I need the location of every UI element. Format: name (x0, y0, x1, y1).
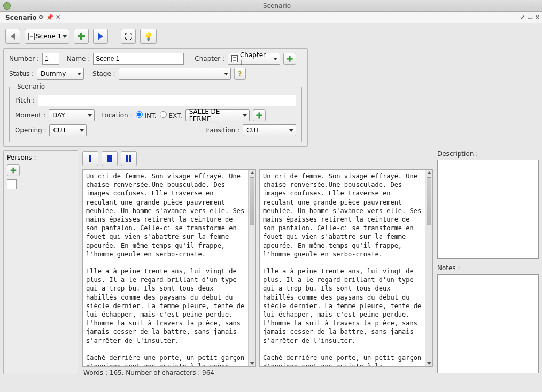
location-select[interactable]: SALLE DE FERME (185, 109, 250, 121)
scroll-down-icon[interactable] (427, 362, 431, 365)
status-select[interactable]: Dummy (37, 68, 84, 80)
chevron-down-icon (224, 73, 228, 75)
moment-label: Moment : (15, 112, 45, 119)
chapter-select[interactable]: Chapter I (228, 53, 280, 65)
scene-selector[interactable]: Scene 1 (25, 29, 69, 44)
close-panel-icon[interactable]: ✕ (535, 14, 540, 21)
close-icon[interactable]: ✕ (56, 14, 60, 21)
plus-icon (287, 56, 293, 61)
int-radio[interactable]: INT. (136, 111, 157, 120)
page-icon (231, 55, 238, 62)
notes-label: Notes : (437, 264, 539, 272)
persons-panel: Persons : (3, 150, 78, 374)
expand-icon (125, 32, 132, 41)
scroll-up-icon[interactable] (250, 171, 254, 174)
opening-label: Opening : (15, 127, 46, 134)
number-field[interactable] (42, 53, 59, 65)
status-value: Dummy (41, 70, 66, 77)
add-chapter-button[interactable] (283, 53, 296, 65)
minimize-icon[interactable]: ▭ (527, 14, 532, 21)
transition-select[interactable]: CUT (243, 124, 296, 136)
opening-select[interactable]: CUT (49, 124, 87, 136)
word-count-status: Words : 165, Number of characters : 964 (82, 367, 433, 379)
description-area[interactable] (437, 160, 539, 259)
stage-select[interactable] (119, 68, 231, 80)
person-color-swatch[interactable] (7, 179, 17, 189)
window-title: Scenario (15, 2, 539, 10)
form-panel: Number : Name : Chapter : Chapter I Stat… (3, 48, 308, 147)
plus-icon (256, 112, 262, 118)
text-editor-right[interactable]: Un cri de femme. Son visage effrayé. Une… (259, 169, 433, 367)
text-content-right[interactable]: Un cri de femme. Son visage effrayé. Une… (260, 170, 425, 366)
right-panels: Description : Notes : (437, 150, 539, 379)
scenario-legend: Scenario (15, 83, 47, 90)
scroll-down-icon[interactable] (250, 362, 254, 365)
scroll-thumb[interactable] (250, 177, 254, 225)
bulb-icon (144, 32, 153, 41)
add-person-button[interactable] (7, 164, 20, 176)
refresh-icon[interactable]: ⟳ (39, 14, 44, 21)
text-content-left[interactable]: Un cri de femme. Son visage effrayé. Une… (83, 170, 248, 366)
view-split-button[interactable] (121, 151, 137, 166)
status-label: Status : (9, 70, 34, 77)
restore-icon[interactable]: ⤢ (520, 14, 525, 21)
add-scene-button[interactable] (74, 29, 89, 44)
text-editor-left[interactable]: Un cri de femme. Son visage effrayé. Une… (82, 169, 256, 367)
window-close-icon[interactable] (3, 2, 11, 10)
toolbar: Scene 1 (3, 27, 539, 46)
scroll-up-icon[interactable] (427, 171, 431, 174)
chevron-down-icon (289, 129, 293, 132)
chapter-value: Chapter I (240, 51, 269, 66)
tab-bar: Scenario ⟳ 📌 ✕ ⤢ ▭ ✕ (0, 12, 542, 23)
moment-select[interactable]: DAY (49, 109, 95, 121)
stage-label: Stage : (92, 70, 115, 77)
location-label: Location : (101, 112, 133, 119)
stage-help-button[interactable] (234, 68, 246, 80)
window-titlebar: Scenario (0, 0, 542, 12)
tab-label: Scenario (5, 14, 37, 21)
transition-label: Transition : (204, 127, 239, 134)
idea-button[interactable] (140, 29, 157, 44)
description-label: Description : (437, 150, 539, 158)
help-icon (238, 70, 242, 77)
page-icon (28, 33, 35, 40)
moment-value: DAY (52, 112, 65, 119)
int-label: INT. (144, 112, 156, 120)
scenario-fieldset: Scenario Pitch : Moment : DAY Location :… (9, 83, 302, 142)
editor-panel: Un cri de femme. Son visage effrayé. Une… (82, 150, 433, 379)
add-location-button[interactable] (253, 109, 266, 121)
view-wide-button[interactable] (102, 151, 118, 166)
pitch-label: Pitch : (15, 97, 35, 104)
ext-label: EXT. (168, 112, 182, 120)
chapter-label: Chapter : (195, 55, 224, 62)
name-label: Name : (67, 55, 90, 62)
scroll-thumb[interactable] (427, 177, 431, 225)
view-single-button[interactable] (82, 151, 98, 166)
chevron-down-icon (243, 114, 247, 117)
chevron-down-icon (80, 129, 84, 132)
notes-area[interactable] (437, 274, 539, 373)
plus-icon (11, 168, 17, 174)
tab-scenario[interactable]: Scenario ⟳ 📌 ✕ (2, 13, 64, 22)
transition-value: CUT (246, 127, 260, 134)
play-button[interactable] (93, 29, 108, 44)
back-button[interactable] (5, 29, 20, 44)
opening-value: CUT (53, 127, 66, 134)
expand-button[interactable] (121, 29, 136, 44)
name-field[interactable] (93, 53, 184, 65)
chevron-down-icon (63, 35, 67, 38)
play-icon (98, 33, 103, 40)
chevron-down-icon (77, 73, 81, 75)
ext-radio[interactable]: EXT. (160, 111, 182, 120)
location-value: SALLE DE FERME (189, 108, 238, 123)
chevron-left-icon (11, 33, 15, 40)
pin-icon[interactable]: 📌 (46, 14, 53, 21)
chevron-down-icon (88, 114, 92, 117)
persons-label: Persons : (7, 154, 74, 161)
pitch-field[interactable] (38, 95, 296, 106)
chevron-down-icon (273, 58, 277, 60)
scrollbar-left[interactable] (248, 170, 255, 366)
scrollbar-right[interactable] (425, 170, 432, 366)
number-label: Number : (9, 55, 39, 62)
scene-selector-label: Scene 1 (36, 33, 61, 40)
